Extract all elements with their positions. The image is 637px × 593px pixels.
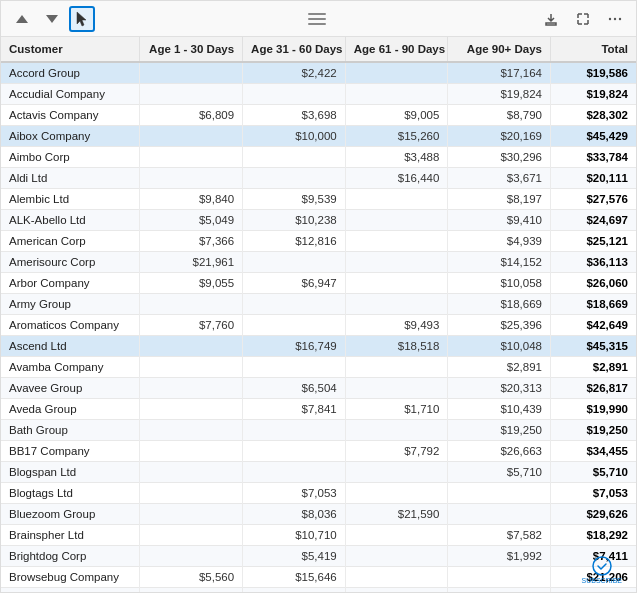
cell-customer: Brainspher Ltd bbox=[1, 525, 140, 546]
table-row: Actavis Company$6,809$3,698$9,005$8,790$… bbox=[1, 105, 636, 126]
table-header-row: Customer Age 1 - 30 Days Age 31 - 60 Day… bbox=[1, 37, 636, 62]
cell-customer: Avamba Company bbox=[1, 357, 140, 378]
cell-age4: $5,710 bbox=[448, 462, 551, 483]
table-row: Aimbo Corp$3,488$30,296$33,784 bbox=[1, 147, 636, 168]
cell-age3: $3,488 bbox=[345, 147, 448, 168]
cell-total: $19,250 bbox=[550, 420, 636, 441]
cell-age1 bbox=[140, 546, 243, 567]
drag-handle[interactable] bbox=[308, 13, 326, 25]
cell-age4: $30,296 bbox=[448, 147, 551, 168]
cell-age2: $10,000 bbox=[243, 126, 346, 147]
cell-age1: $9,055 bbox=[140, 273, 243, 294]
cell-age2: $16,749 bbox=[243, 336, 346, 357]
cell-age1: $21,961 bbox=[140, 252, 243, 273]
svg-marker-0 bbox=[16, 15, 28, 23]
cell-age3 bbox=[345, 294, 448, 315]
cell-customer: Ascend Ltd bbox=[1, 336, 140, 357]
cell-customer: Bath Group bbox=[1, 420, 140, 441]
cell-age1 bbox=[140, 336, 243, 357]
cell-age4: $7,582 bbox=[448, 525, 551, 546]
cell-age4: $19,824 bbox=[448, 84, 551, 105]
table-row: Blogspan Ltd$5,710$5,710 bbox=[1, 462, 636, 483]
cell-age3 bbox=[345, 546, 448, 567]
col-header-age1: Age 1 - 30 Days bbox=[140, 37, 243, 62]
cell-age1 bbox=[140, 62, 243, 84]
cell-age1: $9,840 bbox=[140, 189, 243, 210]
cell-total: $45,315 bbox=[550, 336, 636, 357]
cell-age2 bbox=[243, 420, 346, 441]
cell-customer: Aldi Ltd bbox=[1, 168, 140, 189]
cell-total: $2,891 bbox=[550, 357, 636, 378]
up-button[interactable] bbox=[9, 6, 35, 32]
cell-age1 bbox=[140, 483, 243, 504]
cell-customer: Amerisourc Corp bbox=[1, 252, 140, 273]
cell-total: $42,649 bbox=[550, 315, 636, 336]
table-row: Arbor Company$9,055$6,947$10,058$26,060 bbox=[1, 273, 636, 294]
expand-button[interactable] bbox=[570, 6, 596, 32]
col-header-customer: Customer bbox=[1, 37, 140, 62]
table-row: Blogtags Ltd$7,053$7,053 bbox=[1, 483, 636, 504]
cell-age2 bbox=[243, 441, 346, 462]
svg-point-5 bbox=[619, 17, 621, 19]
cell-total: $26,817 bbox=[550, 378, 636, 399]
table-row: Brainspher Ltd$10,710$7,582$18,292 bbox=[1, 525, 636, 546]
subscribe-label: SUBSCRIBE bbox=[582, 577, 622, 584]
cell-customer: BB17 Company bbox=[1, 441, 140, 462]
table-row: Alembic Ltd$9,840$9,539$8,197$27,576 bbox=[1, 189, 636, 210]
cell-age1: $5,049 bbox=[140, 210, 243, 231]
svg-point-4 bbox=[614, 17, 616, 19]
cell-age1 bbox=[140, 525, 243, 546]
toolbar-right bbox=[538, 6, 628, 32]
cell-customer: Aibox Company bbox=[1, 126, 140, 147]
cell-age3: $7,792 bbox=[345, 441, 448, 462]
cell-age4: $18,669 bbox=[448, 294, 551, 315]
table-row: Avamba Company$2,891$2,891 bbox=[1, 357, 636, 378]
cell-age4: $14,152 bbox=[448, 252, 551, 273]
cell-age3: $10,188 bbox=[345, 588, 448, 593]
cell-customer: Browsebire Corp bbox=[1, 588, 140, 593]
subscribe-badge[interactable]: SUBSCRIBE bbox=[582, 556, 622, 584]
table-row: Aromaticos Company$7,760$9,493$25,396$42… bbox=[1, 315, 636, 336]
cell-age2 bbox=[243, 357, 346, 378]
cell-age1: $6,809 bbox=[140, 105, 243, 126]
col-header-age4: Age 90+ Days bbox=[448, 37, 551, 62]
down-button[interactable] bbox=[39, 6, 65, 32]
cell-customer: Accudial Company bbox=[1, 84, 140, 105]
cell-age3 bbox=[345, 378, 448, 399]
cell-age4: $26,663 bbox=[448, 441, 551, 462]
table-row: Aibox Company$10,000$15,260$20,169$45,42… bbox=[1, 126, 636, 147]
cell-age3: $16,440 bbox=[345, 168, 448, 189]
cell-customer: Army Group bbox=[1, 294, 140, 315]
cell-customer: Alembic Ltd bbox=[1, 189, 140, 210]
cell-age1 bbox=[140, 168, 243, 189]
cell-age1 bbox=[140, 294, 243, 315]
cell-total: $18,292 bbox=[550, 525, 636, 546]
cell-age3 bbox=[345, 62, 448, 84]
aging-table: Customer Age 1 - 30 Days Age 31 - 60 Day… bbox=[1, 37, 636, 592]
table-row: Aveda Group$7,841$1,710$10,439$19,990 bbox=[1, 399, 636, 420]
cell-age4: $1,992 bbox=[448, 546, 551, 567]
cell-age4 bbox=[448, 567, 551, 588]
cell-age2: $15,646 bbox=[243, 567, 346, 588]
cell-customer: Arbor Company bbox=[1, 273, 140, 294]
svg-marker-1 bbox=[46, 15, 58, 23]
cursor-button[interactable] bbox=[69, 6, 95, 32]
cell-age2 bbox=[243, 252, 346, 273]
table-wrapper[interactable]: Customer Age 1 - 30 Days Age 31 - 60 Day… bbox=[1, 37, 636, 592]
cell-age1 bbox=[140, 420, 243, 441]
cell-age4: $25,396 bbox=[448, 315, 551, 336]
cell-age4 bbox=[448, 588, 551, 593]
cell-age2 bbox=[243, 168, 346, 189]
cell-total: $45,429 bbox=[550, 126, 636, 147]
svg-point-3 bbox=[609, 17, 611, 19]
more-button[interactable] bbox=[602, 6, 628, 32]
cell-age3 bbox=[345, 357, 448, 378]
cell-age3: $21,590 bbox=[345, 504, 448, 525]
cell-age4: $2,891 bbox=[448, 357, 551, 378]
cell-customer: Brightdog Corp bbox=[1, 546, 140, 567]
cell-total: $19,990 bbox=[550, 399, 636, 420]
cell-age2: $9,539 bbox=[243, 189, 346, 210]
col-header-age3: Age 61 - 90 Days bbox=[345, 37, 448, 62]
download-button[interactable] bbox=[538, 6, 564, 32]
cell-age3 bbox=[345, 231, 448, 252]
